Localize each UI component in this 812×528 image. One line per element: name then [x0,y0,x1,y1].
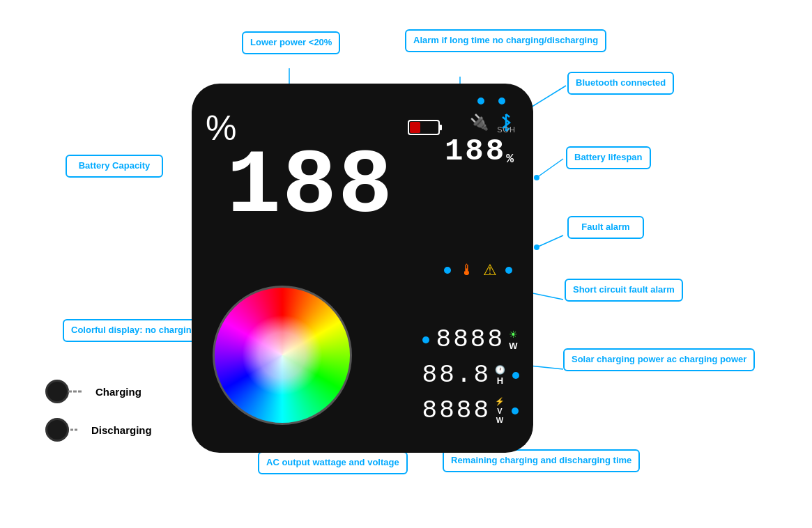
row1-unit: W [509,341,517,351]
solar-charging-label: Solar charging power ac charging power [563,348,755,371]
clock-icon: 🕐 [495,365,505,375]
main-percent: 188 [227,136,394,238]
soh-section: SOH 188 % [445,125,516,169]
svg-line-6 [537,235,563,247]
soh-digits: 188 [445,134,506,169]
row3-unit-top: V [497,407,502,415]
fault-dot-2 [505,267,512,274]
row2-unit: H [497,375,503,386]
soh-label: SOH [445,125,516,134]
svg-line-8 [530,366,563,369]
battery-lifespan-label: Battery lifespan [566,146,651,169]
fault-icons-area: 🌡 ⚠ [444,261,512,279]
fault-alarm-label: Fault alarm [567,216,644,239]
charging-text: Charging [95,386,141,398]
color-wheel [213,286,352,425]
svg-rect-24 [410,122,420,133]
warning-icon: ⚠ [483,261,497,279]
outlet-icon: ⚡ [495,397,505,406]
alarm-no-charge-label: Alarm if long time no charging/dischargi… [405,29,606,52]
row3-digits: 8888 [422,396,491,425]
discharging-circle [45,418,69,442]
row2-dot [512,372,519,379]
row1-digits: 8888 [436,325,505,354]
charging-legend: Charging [45,380,141,403]
discharging-lines [70,429,77,431]
row1-dot [422,336,429,343]
ac-output-label: AC output wattage and voltage [258,451,408,474]
indicator-dot-1 [477,98,484,104]
discharging-legend: Discharging [45,418,152,442]
svg-line-7 [530,293,563,300]
solar-icon: ☀ [509,329,518,340]
battery-icon [408,118,443,139]
display-unit: 188 % 🔌 SOH [192,84,533,453]
time-row: 88.8 🕐 H [422,361,519,389]
wattage-row: 8888 ☀ W [422,325,519,354]
row3-dot [512,407,519,414]
charging-circle [45,380,69,403]
charging-icon-wrapper [45,380,69,403]
svg-point-17 [534,244,539,250]
lower-power-label: Lower power <20% [242,31,340,54]
bluetooth-label: Bluetooth connected [567,72,674,95]
battery-capacity-label: Battery Capacity [66,155,163,178]
row3-unit-bot: W [496,416,503,424]
svg-rect-23 [439,125,442,130]
soh-unit: % [506,152,516,166]
charging-lines [68,391,82,393]
fault-dot [444,267,451,274]
temp-icon: 🌡 [459,261,475,279]
row2-digits: 88.8 [422,361,491,389]
discharging-icon-wrapper [45,418,69,442]
discharging-text: Discharging [91,424,152,436]
short-circuit-label: Short circuit fault alarm [565,279,683,302]
svg-point-15 [534,175,539,180]
svg-line-4 [537,159,563,178]
voltage-row: 8888 ⚡ V W [422,396,519,425]
indicator-dot-2 [498,98,505,104]
right-display: 8888 ☀ W 88.8 🕐 H 8888 ⚡ V W [422,325,519,425]
svg-line-2 [530,86,566,108]
